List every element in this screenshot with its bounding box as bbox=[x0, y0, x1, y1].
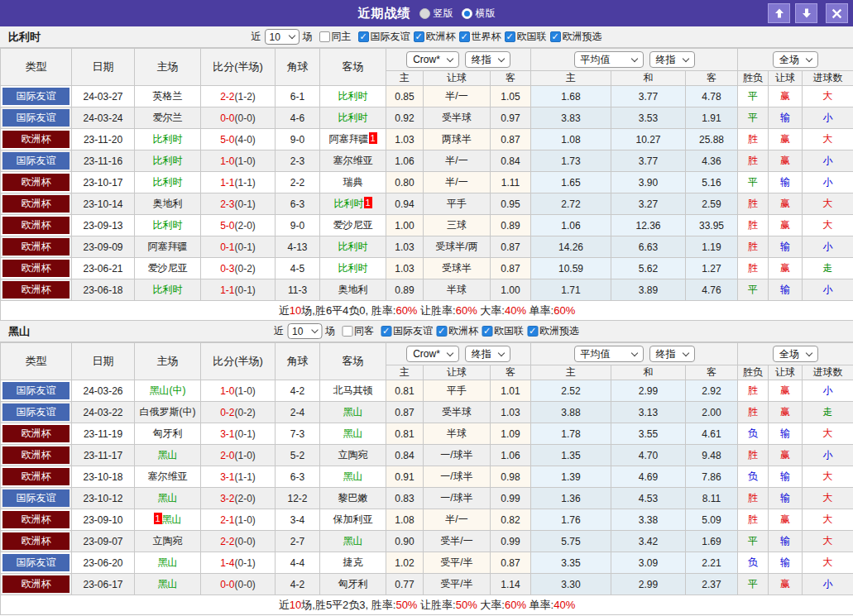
fulltime-score: 5-0 bbox=[220, 220, 234, 232]
final-odds-select[interactable]: 终指 bbox=[465, 346, 510, 362]
bookmaker-select[interactable]: Crow* bbox=[406, 51, 459, 68]
checkbox-icon bbox=[319, 31, 330, 42]
result-label: 大 bbox=[823, 427, 833, 439]
result-label: 平 bbox=[748, 90, 758, 102]
corner-cell: 2-4 bbox=[276, 402, 320, 423]
date-cell: 24-03-26 bbox=[72, 380, 135, 402]
competition-type-cell: 欧洲杯 bbox=[1, 466, 72, 488]
avg-away-cell: 4.36 bbox=[686, 150, 738, 172]
result-label: 负 bbox=[748, 470, 758, 482]
close-button[interactable] bbox=[826, 3, 848, 23]
subcol-avg-draw: 和 bbox=[611, 71, 686, 86]
competition-filter-checkbox[interactable]: 欧洲杯 bbox=[414, 30, 456, 44]
avg-draw-cell: 3.09 bbox=[611, 552, 686, 574]
avg-final-odds-select[interactable]: 终指 bbox=[649, 346, 695, 362]
competition-filter-checkbox[interactable]: 欧洲预选 bbox=[550, 30, 602, 44]
halftime-score: (1-0) bbox=[235, 450, 256, 461]
result-label: 输 bbox=[780, 284, 790, 295]
avg-away-cell: 8.11 bbox=[686, 488, 738, 509]
same-side-checkbox[interactable]: 同主 bbox=[319, 30, 352, 44]
away-team-cell: 比利时 bbox=[320, 236, 386, 258]
avg-home-cell: 1.08 bbox=[531, 129, 611, 150]
checkbox-icon bbox=[381, 326, 391, 337]
competition-filter-checkbox[interactable]: 欧国联 bbox=[505, 30, 547, 44]
result-label: 大 bbox=[823, 133, 833, 145]
date-cell: 24-03-24 bbox=[72, 107, 135, 129]
final-odds-select[interactable]: 终指 bbox=[465, 51, 510, 68]
odds-away-cell: 0.89 bbox=[491, 215, 531, 236]
fulltime-score: 0-2 bbox=[220, 407, 234, 418]
competition-filter-checkbox[interactable]: 欧洲预选 bbox=[527, 324, 579, 338]
score-cell: 1-0(1-0) bbox=[201, 150, 276, 172]
result-goals-cell: 大 bbox=[803, 531, 853, 552]
checkbox-icon bbox=[505, 31, 515, 42]
average-select[interactable]: 平均值 bbox=[574, 51, 644, 68]
result-label: 输 bbox=[780, 492, 790, 504]
checkbox-icon bbox=[527, 326, 538, 337]
competition-filter-label: 欧国联 bbox=[517, 30, 547, 44]
competition-filter-checkbox[interactable]: 欧洲杯 bbox=[436, 324, 478, 338]
avg-away-cell: 1.69 bbox=[686, 531, 738, 552]
match-count-select[interactable]: 10 bbox=[265, 29, 300, 45]
halftime-score: (0-1) bbox=[235, 284, 256, 296]
result-goals-cell: 大 bbox=[803, 466, 853, 488]
result-handicap-cell: 赢 bbox=[769, 509, 803, 531]
avg-away-cell: 2.21 bbox=[686, 552, 738, 574]
score-cell: 2-2(1-2) bbox=[201, 86, 276, 107]
competition-filter-checkbox[interactable]: 世界杯 bbox=[459, 30, 501, 44]
scroll-down-button[interactable] bbox=[795, 3, 817, 23]
match-row: 欧洲杯23-09-09阿塞拜疆0-1(0-1)4-13比利时1.03受球半/两0… bbox=[1, 236, 853, 258]
team-label: 比利时 bbox=[153, 219, 183, 231]
competition-type-badge: 欧洲杯 bbox=[2, 260, 69, 277]
odds-home-cell: 1.00 bbox=[386, 215, 424, 236]
result-label: 大 bbox=[823, 198, 833, 209]
fulltime-score: 1-0 bbox=[220, 385, 234, 397]
odds-home-cell: 1.03 bbox=[386, 129, 424, 150]
competition-filter-label: 欧洲杯 bbox=[448, 324, 478, 338]
same-side-checkbox[interactable]: 同客 bbox=[342, 324, 374, 338]
handicap-cell: 半/一 bbox=[424, 509, 491, 531]
bookmaker-group-header: Crow* 终指 bbox=[386, 343, 531, 365]
average-select[interactable]: 平均值 bbox=[574, 346, 644, 362]
competition-filter-checkbox[interactable]: 国际友谊 bbox=[381, 324, 433, 338]
match-row: 国际友谊23-10-12黑山3-2(2-0)12-2黎巴嫩0.83一/球半0.9… bbox=[1, 488, 853, 509]
result-goals-cell: 大 bbox=[803, 86, 853, 107]
fulltime-select[interactable]: 全场 bbox=[773, 51, 818, 68]
team-label: 爱尔兰 bbox=[153, 112, 183, 123]
horizontal-layout-radio[interactable]: 横版 bbox=[462, 7, 496, 21]
odds-away-cell: 0.82 bbox=[491, 509, 531, 531]
scroll-up-button[interactable] bbox=[768, 3, 790, 23]
avg-home-cell: 3.88 bbox=[531, 402, 611, 423]
match-count-select[interactable]: 10 bbox=[287, 323, 322, 339]
fulltime-score: 5-0 bbox=[220, 134, 234, 146]
checkbox-icon bbox=[436, 326, 447, 337]
avg-home-cell: 5.75 bbox=[531, 531, 611, 552]
avg-draw-cell: 4.70 bbox=[611, 445, 686, 466]
result-label: 小 bbox=[823, 241, 833, 252]
competition-filter-checkbox[interactable]: 欧国联 bbox=[482, 324, 524, 338]
halftime-score: (1-1) bbox=[235, 471, 256, 483]
bookmaker-select[interactable]: Crow* bbox=[406, 346, 459, 362]
avg-draw-cell: 2.99 bbox=[611, 574, 686, 595]
chevron-down-icon bbox=[806, 55, 812, 61]
subcol-avg-home: 主 bbox=[531, 71, 611, 86]
result-handicap-cell: 赢 bbox=[769, 258, 803, 279]
odds-away-cell: 0.84 bbox=[491, 150, 531, 172]
vertical-layout-label: 竖版 bbox=[434, 7, 453, 21]
avg-final-odds-select[interactable]: 终指 bbox=[649, 51, 695, 68]
competition-filter-checkbox[interactable]: 国际友谊 bbox=[358, 30, 410, 44]
match-row: 欧洲杯23-09-101黑山2-1(1-0)3-4保加利亚1.08半/一0.82… bbox=[1, 509, 853, 531]
home-team-cell: 爱沙尼亚 bbox=[135, 258, 201, 279]
summary-segment: 单率: bbox=[526, 304, 553, 317]
odds-home-cell: 0.90 bbox=[386, 531, 424, 552]
vertical-layout-radio[interactable]: 竖版 bbox=[419, 7, 453, 21]
result-handicap-cell: 赢 bbox=[769, 402, 803, 423]
match-row: 欧洲杯23-06-21爱沙尼亚0-3(0-2)4-5比利时1.03受球半0.87… bbox=[1, 258, 853, 279]
fulltime-select[interactable]: 全场 bbox=[773, 346, 818, 362]
halftime-score: (0-0) bbox=[235, 112, 256, 124]
away-team-cell: 奥地利 bbox=[320, 279, 386, 301]
score-cell: 2-0(1-0) bbox=[201, 445, 276, 466]
competition-type-badge: 欧洲杯 bbox=[2, 425, 69, 442]
checkbox-icon bbox=[358, 31, 369, 42]
summary-segment: 场,胜6平4负0, 胜率: bbox=[301, 304, 395, 317]
